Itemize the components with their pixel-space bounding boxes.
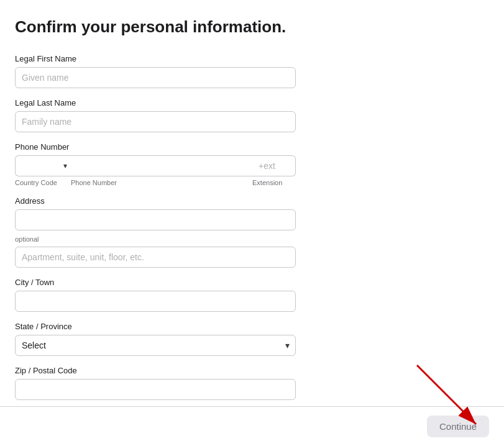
address-label: Address — [15, 196, 296, 206]
address-optional-label: optional — [15, 235, 296, 243]
phone-number-label: Phone Number — [71, 179, 252, 186]
continue-button[interactable]: Continue — [427, 416, 489, 437]
phone-number-input[interactable] — [71, 155, 252, 176]
first-name-label: Legal First Name — [15, 54, 296, 63]
phone-labels: Country Code Phone Number Extension — [15, 179, 296, 186]
phone-country-wrapper — [15, 155, 71, 176]
phone-ext-input[interactable] — [252, 155, 296, 176]
zip-group: Zip / Postal Code — [15, 366, 296, 400]
page-title: Confirm your personal information. — [15, 17, 296, 37]
address-group: Address optional — [15, 196, 296, 268]
city-group: City / Town — [15, 278, 296, 312]
address-optional-input[interactable] — [15, 247, 296, 268]
city-label: City / Town — [15, 278, 296, 287]
zip-label: Zip / Postal Code — [15, 366, 296, 375]
phone-row — [15, 155, 296, 176]
phone-country-code-label: Country Code — [15, 179, 71, 186]
zip-input[interactable] — [15, 379, 296, 400]
first-name-group: Legal First Name — [15, 54, 296, 88]
city-input[interactable] — [15, 291, 296, 312]
phone-extension-label: Extension — [252, 179, 296, 186]
state-select-wrapper: Select — [15, 335, 296, 356]
phone-group: Phone Number Country Code Phone Number E… — [15, 142, 296, 186]
phone-label: Phone Number — [15, 142, 296, 152]
state-label: State / Province — [15, 322, 296, 331]
state-group: State / Province Select — [15, 322, 296, 356]
last-name-input[interactable] — [15, 111, 296, 132]
last-name-group: Legal Last Name — [15, 98, 296, 132]
page-container: Confirm your personal information. Legal… — [0, 0, 311, 446]
footer: Continue — [0, 406, 504, 446]
address-input[interactable] — [15, 209, 296, 230]
state-select[interactable]: Select — [15, 335, 296, 356]
phone-country-select[interactable] — [15, 155, 71, 176]
first-name-input[interactable] — [15, 67, 296, 88]
last-name-label: Legal Last Name — [15, 98, 296, 107]
